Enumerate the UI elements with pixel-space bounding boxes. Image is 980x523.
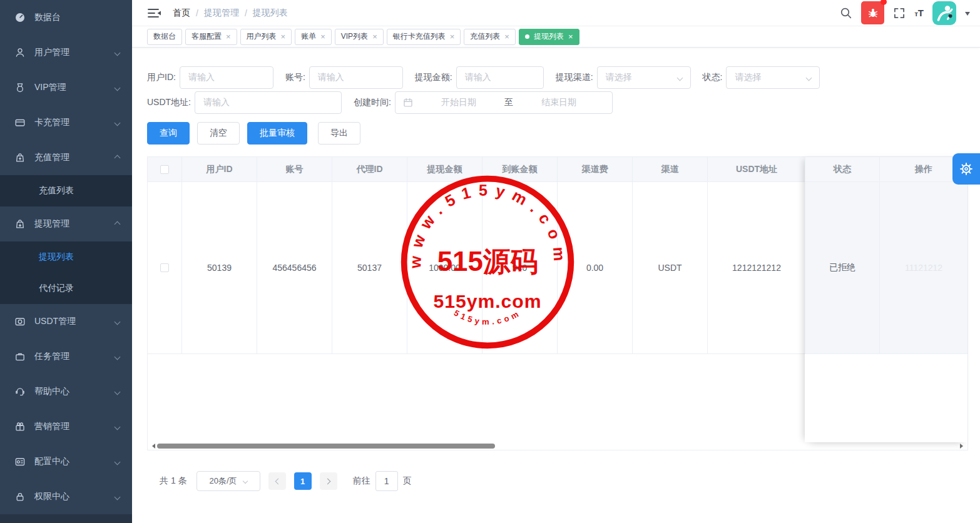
user-icon xyxy=(14,47,26,58)
gear-icon xyxy=(959,161,974,176)
date-range-picker[interactable]: 开始日期 至 结束日期 xyxy=(395,91,613,114)
sidebar: 数据台 用户管理 VIP管理 卡充管理 充值管理 充值列表 提现管理 xyxy=(0,0,132,523)
collapse-menu-icon[interactable] xyxy=(148,8,161,19)
chevron-down-icon xyxy=(115,119,121,126)
close-icon[interactable]: × xyxy=(450,33,455,41)
sidebar-item-label: 帮助中心 xyxy=(34,386,69,397)
sidebar-item-label: 数据台 xyxy=(34,12,61,23)
sidebar-item-label: 用户管理 xyxy=(34,47,69,58)
settings-card-icon xyxy=(14,456,26,467)
cell-usdt-address: 1212121212 xyxy=(708,182,806,353)
goto-label: 前往 xyxy=(353,475,370,487)
page-unit-label: 页 xyxy=(403,475,412,487)
breadcrumb-home[interactable]: 首页 xyxy=(173,8,190,19)
search-icon[interactable] xyxy=(840,7,852,19)
sidebar-subitem-label: 代付记录 xyxy=(39,283,74,294)
scrollbar-thumb[interactable] xyxy=(157,444,495,449)
withdraw-amount-label: 提现金额: xyxy=(415,72,452,83)
goto-page-input[interactable] xyxy=(375,471,398,491)
user-id-label: 用户ID: xyxy=(147,72,176,83)
tag-bank-card-recharge-list[interactable]: 银行卡充值列表× xyxy=(387,29,461,45)
withdraw-channel-select[interactable]: 请选择 xyxy=(597,66,691,89)
cell-arrival: 940 xyxy=(482,182,558,353)
sidebar-item-marketing-management[interactable]: 营销管理 xyxy=(0,409,132,444)
pagination: 共 1 条 20条/页 1 前往 页 xyxy=(147,471,968,491)
total-count: 共 1 条 xyxy=(160,475,187,487)
page-number-1[interactable]: 1 xyxy=(294,472,312,490)
status-select[interactable]: 请选择 xyxy=(726,66,820,89)
close-icon[interactable]: × xyxy=(281,33,286,41)
tag-bill[interactable]: 账单× xyxy=(295,29,332,45)
dashboard-icon xyxy=(14,12,26,23)
chevron-up-icon xyxy=(115,155,121,161)
end-date-placeholder[interactable]: 结束日期 xyxy=(513,97,605,108)
font-size-icon[interactable]: тT xyxy=(914,8,924,18)
calendar-icon xyxy=(403,98,413,108)
sidebar-item-usdt-management[interactable]: USDT管理 xyxy=(0,304,132,339)
filter-row-1: 用户ID: 请输入 账号: 请输入 提现金额: 请输入 提现渠道: 请选择 状态… xyxy=(147,66,968,89)
avatar[interactable] xyxy=(932,1,956,25)
bug-report-button[interactable] xyxy=(861,1,884,24)
sidebar-subitem-recharge-list[interactable]: 充值列表 xyxy=(0,175,132,206)
vip-medal-icon xyxy=(14,82,26,93)
date-range-to: 至 xyxy=(504,97,513,108)
fullscreen-icon[interactable] xyxy=(893,7,906,19)
app-root: 数据台 用户管理 VIP管理 卡充管理 充值管理 充值列表 提现管理 xyxy=(0,0,980,523)
sidebar-item-permission-center[interactable]: 权限中心 xyxy=(0,479,132,514)
sidebar-item-config-center[interactable]: 配置中心 xyxy=(0,444,132,479)
sidebar-subitem-withdraw-list[interactable]: 提现列表 xyxy=(0,241,132,273)
sidebar-item-dashboard[interactable]: 数据台 xyxy=(0,0,132,35)
start-date-placeholder[interactable]: 开始日期 xyxy=(413,97,504,108)
tag-dashboard[interactable]: 数据台 xyxy=(147,29,182,45)
chevron-down-icon xyxy=(242,479,247,484)
sidebar-item-help-center[interactable]: 帮助中心 xyxy=(0,374,132,409)
close-icon[interactable]: × xyxy=(504,33,509,41)
close-icon[interactable]: × xyxy=(372,33,377,41)
account-input[interactable]: 请输入 xyxy=(309,66,403,89)
tag-user-list[interactable]: 用户列表× xyxy=(240,29,292,45)
chevron-down-icon xyxy=(806,74,812,81)
sidebar-item-recharge-management[interactable]: 充值管理 xyxy=(0,140,132,175)
column-settings-button[interactable] xyxy=(952,153,980,185)
close-icon[interactable]: × xyxy=(320,33,325,41)
search-button[interactable]: 查询 xyxy=(147,122,190,145)
tag-recharge-list[interactable]: 充值列表× xyxy=(464,29,516,45)
sidebar-subitem-label: 充值列表 xyxy=(39,185,74,196)
usdt-card-icon xyxy=(14,316,26,327)
sidebar-item-label: 配置中心 xyxy=(34,456,69,467)
prev-page-button[interactable] xyxy=(268,472,286,490)
column-header-status: 状态 xyxy=(805,157,880,181)
export-button[interactable]: 导出 xyxy=(318,122,360,145)
column-header-fee: 渠道费 xyxy=(558,157,633,181)
tag-withdraw-list-active[interactable]: 提现列表× xyxy=(519,29,579,45)
page-size-select[interactable]: 20条/页 xyxy=(197,471,260,491)
column-header-user-id: 用户ID xyxy=(182,157,257,181)
tag-service-config[interactable]: 客服配置× xyxy=(185,29,237,45)
scroll-right-arrow-icon[interactable] xyxy=(960,444,966,449)
sidebar-item-user-management[interactable]: 用户管理 xyxy=(0,35,132,70)
sidebar-subitem-payment-records[interactable]: 代付记录 xyxy=(0,273,132,304)
cell-status: 已拒绝 xyxy=(805,182,880,353)
next-page-button[interactable] xyxy=(320,472,337,490)
dropdown-caret-icon[interactable] xyxy=(965,12,970,18)
cell-amount: 1000.00 xyxy=(407,182,482,353)
sidebar-item-label: VIP管理 xyxy=(34,82,66,93)
usdt-address-input[interactable]: 请输入 xyxy=(195,91,342,114)
select-all-checkbox[interactable] xyxy=(160,165,169,174)
lock-icon xyxy=(14,491,26,502)
row-checkbox[interactable] xyxy=(160,263,169,272)
user-id-input[interactable]: 请输入 xyxy=(180,66,273,89)
batch-review-button[interactable]: 批量审核 xyxy=(247,122,307,145)
scroll-left-arrow-icon[interactable] xyxy=(150,444,155,449)
sidebar-item-vip-management[interactable]: VIP管理 xyxy=(0,70,132,105)
sidebar-item-withdraw-management[interactable]: 提现管理 xyxy=(0,206,132,241)
close-icon[interactable]: × xyxy=(568,33,573,41)
breadcrumb-separator: / xyxy=(245,8,247,18)
sidebar-item-task-management[interactable]: 任务管理 xyxy=(0,339,132,374)
close-icon[interactable]: × xyxy=(226,33,231,41)
cell-action-ghost: 11121212 xyxy=(880,182,967,353)
sidebar-item-card-recharge-management[interactable]: 卡充管理 xyxy=(0,105,132,140)
withdraw-amount-input[interactable]: 请输入 xyxy=(456,66,544,89)
tag-vip-list[interactable]: VIP列表× xyxy=(335,29,384,45)
clear-button[interactable]: 清空 xyxy=(197,122,240,145)
